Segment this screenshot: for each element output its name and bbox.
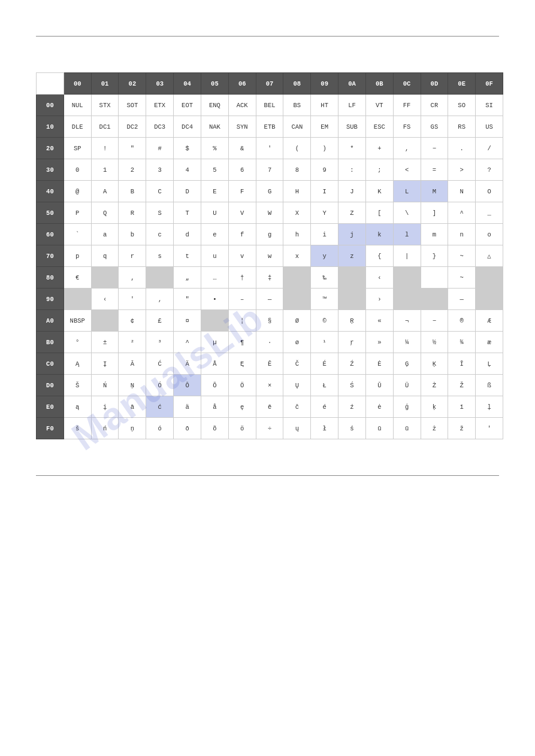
cell-F0-00[interactable]: š xyxy=(64,418,91,439)
cell-20-0C[interactable]: , xyxy=(393,138,421,159)
cell-70-0B[interactable]: { xyxy=(365,245,393,267)
cell-10-0A[interactable]: SUB xyxy=(338,116,366,138)
cell-90-02[interactable]: ' xyxy=(119,289,146,310)
cell-40-03[interactable]: C xyxy=(146,181,174,202)
cell-A0-0F[interactable]: Æ xyxy=(476,310,503,332)
cell-10-03[interactable]: DC3 xyxy=(146,116,174,138)
cell-D0-0B[interactable]: Ū xyxy=(365,375,393,396)
cell-50-02[interactable]: R xyxy=(119,202,146,224)
cell-40-06[interactable]: F xyxy=(228,181,256,202)
cell-40-09[interactable]: I xyxy=(311,181,338,202)
cell-10-06[interactable]: SYN xyxy=(228,116,256,138)
cell-F0-07[interactable]: ÷ xyxy=(256,418,283,439)
cell-A0-03[interactable]: £ xyxy=(146,310,174,332)
cell-70-0E[interactable]: ~ xyxy=(448,245,476,267)
cell-50-03[interactable]: S xyxy=(146,202,174,224)
cell-90-04[interactable]: " xyxy=(174,289,201,310)
cell-70-00[interactable]: p xyxy=(64,245,91,267)
cell-00-09[interactable]: HT xyxy=(311,95,338,116)
cell-60-00[interactable]: ` xyxy=(64,224,91,245)
cell-80-06[interactable]: † xyxy=(228,267,256,289)
cell-50-07[interactable]: W xyxy=(256,202,283,224)
cell-F0-0D[interactable]: ż xyxy=(421,418,448,439)
cell-10-09[interactable]: EM xyxy=(311,116,338,138)
cell-40-0E[interactable]: N xyxy=(448,181,476,202)
cell-30-0C[interactable]: < xyxy=(393,159,421,181)
cell-30-0E[interactable]: > xyxy=(448,159,476,181)
cell-F0-08[interactable]: ų xyxy=(283,418,311,439)
cell-A0-0C[interactable]: ¬ xyxy=(393,310,421,332)
cell-C0-07[interactable]: Ē xyxy=(256,353,283,375)
cell-80-0A[interactable] xyxy=(338,267,366,289)
cell-30-07[interactable]: 7 xyxy=(256,159,283,181)
cell-A0-05[interactable] xyxy=(201,310,228,332)
cell-20-0F[interactable]: / xyxy=(476,138,503,159)
cell-B0-03[interactable]: ³ xyxy=(146,332,174,353)
cell-80-0E[interactable]: ~ xyxy=(448,267,476,289)
cell-80-0D[interactable] xyxy=(421,267,448,289)
cell-A0-09[interactable]: © xyxy=(311,310,338,332)
cell-B0-0B[interactable]: » xyxy=(365,332,393,353)
cell-70-09[interactable]: y xyxy=(311,245,338,267)
cell-00-06[interactable]: ACK xyxy=(228,95,256,116)
cell-70-05[interactable]: u xyxy=(201,245,228,267)
cell-80-03[interactable] xyxy=(146,267,174,289)
cell-B0-09[interactable]: ¹ xyxy=(311,332,338,353)
cell-90-0A[interactable] xyxy=(338,289,366,310)
cell-60-0A[interactable]: j xyxy=(338,224,366,245)
cell-D0-02[interactable]: Ņ xyxy=(119,375,146,396)
cell-80-04[interactable]: „ xyxy=(174,267,201,289)
cell-F0-0A[interactable]: ś xyxy=(338,418,366,439)
cell-C0-03[interactable]: Ć xyxy=(146,353,174,375)
cell-B0-05[interactable]: µ xyxy=(201,332,228,353)
cell-B0-08[interactable]: ø xyxy=(283,332,311,353)
cell-40-02[interactable]: B xyxy=(119,181,146,202)
cell-F0-06[interactable]: ö xyxy=(228,418,256,439)
cell-B0-0D[interactable]: ½ xyxy=(421,332,448,353)
cell-D0-00[interactable]: Š xyxy=(64,375,91,396)
cell-F0-0B[interactable]: ū xyxy=(365,418,393,439)
cell-80-08[interactable] xyxy=(283,267,311,289)
cell-50-08[interactable]: X xyxy=(283,202,311,224)
cell-60-0B[interactable]: k xyxy=(365,224,393,245)
cell-D0-09[interactable]: Ł xyxy=(311,375,338,396)
cell-70-08[interactable]: x xyxy=(283,245,311,267)
cell-80-05[interactable]: … xyxy=(201,267,228,289)
cell-50-0F[interactable]: _ xyxy=(476,202,503,224)
cell-D0-0C[interactable]: Ü xyxy=(393,375,421,396)
cell-80-0F[interactable] xyxy=(476,267,503,289)
cell-60-01[interactable]: a xyxy=(91,224,119,245)
cell-10-0B[interactable]: ESC xyxy=(365,116,393,138)
cell-40-0C[interactable]: L xyxy=(393,181,421,202)
cell-D0-0E[interactable]: Ž xyxy=(448,375,476,396)
cell-60-03[interactable]: c xyxy=(146,224,174,245)
cell-B0-07[interactable]: · xyxy=(256,332,283,353)
cell-60-0E[interactable]: n xyxy=(448,224,476,245)
cell-A0-01[interactable] xyxy=(91,310,119,332)
cell-40-0B[interactable]: K xyxy=(365,181,393,202)
cell-00-0A[interactable]: LF xyxy=(338,95,366,116)
cell-40-05[interactable]: E xyxy=(201,181,228,202)
cell-00-02[interactable]: SOT xyxy=(119,95,146,116)
cell-50-05[interactable]: U xyxy=(201,202,228,224)
cell-D0-0A[interactable]: Ś xyxy=(338,375,366,396)
cell-E0-0E[interactable]: ī xyxy=(448,396,476,418)
cell-C0-0A[interactable]: Ź xyxy=(338,353,366,375)
cell-80-00[interactable]: € xyxy=(64,267,91,289)
cell-C0-08[interactable]: Č xyxy=(283,353,311,375)
cell-50-0E[interactable]: ^ xyxy=(448,202,476,224)
cell-C0-06[interactable]: Ę xyxy=(228,353,256,375)
cell-B0-04[interactable]: ^ xyxy=(174,332,201,353)
cell-00-07[interactable]: BEL xyxy=(256,95,283,116)
cell-10-04[interactable]: DC4 xyxy=(174,116,201,138)
cell-E0-01[interactable]: į xyxy=(91,396,119,418)
cell-30-01[interactable]: 1 xyxy=(91,159,119,181)
cell-40-08[interactable]: H xyxy=(283,181,311,202)
cell-C0-0B[interactable]: Ė xyxy=(365,353,393,375)
cell-20-0E[interactable]: . xyxy=(448,138,476,159)
cell-F0-05[interactable]: õ xyxy=(201,418,228,439)
cell-20-0A[interactable]: * xyxy=(338,138,366,159)
cell-A0-0B[interactable]: « xyxy=(365,310,393,332)
cell-90-0D[interactable] xyxy=(421,289,448,310)
cell-70-02[interactable]: r xyxy=(119,245,146,267)
